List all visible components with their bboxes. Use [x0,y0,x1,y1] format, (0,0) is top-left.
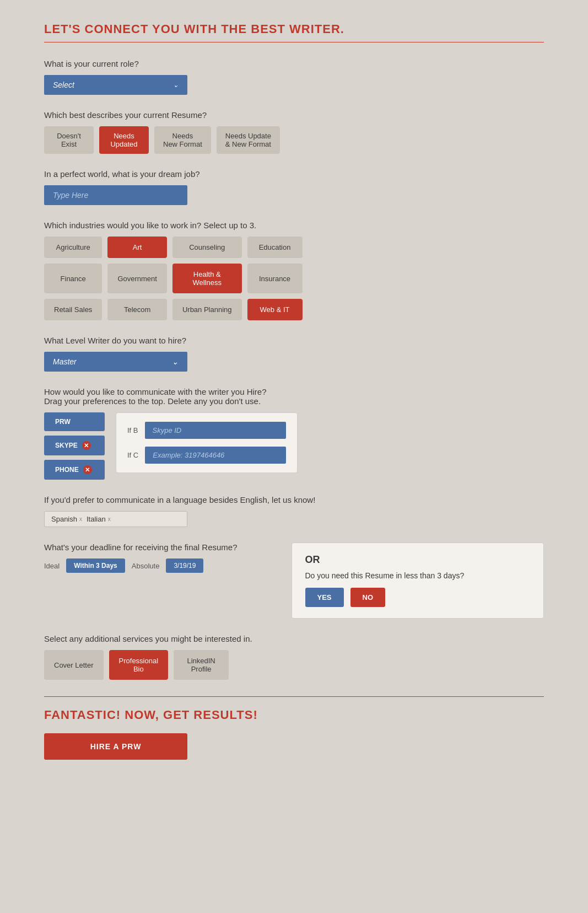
industry-btn-counseling[interactable]: Counseling [172,237,242,258]
resume-label: Which best describes your current Resume… [44,110,544,120]
communication-detail-box: If B If C [116,412,298,473]
ideal-value[interactable]: Within 3 Days [66,558,125,573]
dream-job-section: In a perfect world, what is your dream j… [44,169,544,205]
ideal-label: Ideal [44,562,60,570]
resume-btn-needs-new-format[interactable]: NeedsNew Format [154,126,211,154]
resume-section: Which best describes your current Resume… [44,110,544,154]
chevron-down-icon-writer: ⌄ [172,357,179,366]
lang-tag-spanish-close[interactable]: x [79,516,82,522]
absolute-value[interactable]: 3/19/19 [166,558,203,573]
lang-tag-spanish: Spanish x [51,515,82,523]
deadline-right-panel: OR Do you need this Resume in less than … [292,543,544,619]
bottom-section: FANTASTIC! NOW, GET RESULTS! HIRE A PRW [44,696,544,760]
writer-level-value: Master [53,357,77,366]
hire-prw-button[interactable]: HIRE A PRW [44,733,187,760]
yes-no-row: YES NO [305,588,531,607]
writer-level-dropdown[interactable]: Master ⌄ [44,352,187,372]
resume-options: Doesn'tExist NeedsUpdated NeedsNew Forma… [44,126,544,154]
role-label: What is your current role? [44,59,544,68]
deadline-left-panel: What's your deadline for receiving the f… [44,543,269,573]
skype-id-input[interactable] [145,422,286,439]
no-button[interactable]: NO [350,588,386,607]
industry-btn-telecom[interactable]: Telecom [107,299,167,320]
services-options: Cover Letter ProfessionalBio LinkedINPro… [44,650,544,680]
comm-tag-prw[interactable]: PRW [44,412,105,431]
communication-section: How would you like to communicate with t… [44,387,544,480]
role-dropdown[interactable]: Select ⌄ [44,75,187,95]
comm-tag-phone-label: PHONE [55,466,79,474]
dream-job-input[interactable] [44,185,187,205]
service-btn-professional-bio[interactable]: ProfessionalBio [109,650,169,680]
resume-btn-needs-updated[interactable]: NeedsUpdated [99,126,149,154]
lang-tag-italian-close[interactable]: x [108,516,111,522]
comm-tag-skype-close[interactable]: ✕ [82,441,91,450]
role-section: What is your current role? Select ⌄ [44,59,544,95]
writer-level-section: What Level Writer do you want to hire? M… [44,336,544,372]
comm-tag-skype[interactable]: SKYPE ✕ [44,436,105,455]
title-divider [44,42,544,42]
comm-tag-prw-label: PRW [55,418,71,426]
language-section: If you'd prefer to communicate in a lang… [44,495,544,527]
industry-btn-health-wellness[interactable]: Health &Wellness [172,264,242,293]
deadline-section: What's your deadline for receiving the f… [44,543,544,619]
resume-btn-doesnt-exist[interactable]: Doesn'tExist [44,126,94,154]
industry-btn-education[interactable]: Education [247,237,303,258]
comm-detail-if-c-label: If C [127,451,138,459]
industry-btn-insurance[interactable]: Insurance [247,264,303,293]
communication-tags: PRW SKYPE ✕ PHONE ✕ [44,412,105,480]
industry-btn-government[interactable]: Government [107,264,167,293]
comm-tag-phone-close[interactable]: ✕ [83,465,92,474]
communication-label: How would you like to communicate with t… [44,387,544,406]
phone-input[interactable] [145,447,286,464]
deadline-layout: What's your deadline for receiving the f… [44,543,544,619]
deadline-row: Ideal Within 3 Days Absolute 3/19/19 [44,558,269,573]
services-label: Select any additional services you might… [44,634,544,643]
comm-detail-row-skype: If B [127,422,286,439]
comm-detail-row-phone: If C [127,447,286,464]
industry-btn-web-it[interactable]: Web & IT [247,299,303,320]
industries-section: Which industries would you like to work … [44,221,544,320]
writer-level-label: What Level Writer do you want to hire? [44,336,544,345]
dream-job-label: In a perfect world, what is your dream j… [44,169,544,179]
industry-btn-art[interactable]: Art [107,237,167,258]
comm-detail-if-b-label: If B [127,426,138,434]
industry-btn-retail-sales[interactable]: Retail Sales [44,299,102,320]
language-label: If you'd prefer to communicate in a lang… [44,495,544,504]
services-section: Select any additional services you might… [44,634,544,680]
industry-btn-finance[interactable]: Finance [44,264,102,293]
resume-btn-needs-update-new-format[interactable]: Needs Update& New Format [217,126,280,154]
industry-btn-urban-planning[interactable]: Urban Planning [172,299,242,320]
service-btn-cover-letter[interactable]: Cover Letter [44,650,104,680]
industry-btn-agriculture[interactable]: Agriculture [44,237,102,258]
service-btn-linkedin-profile[interactable]: LinkedINProfile [174,650,229,680]
lang-tag-italian: Italian x [87,515,111,523]
absolute-label: Absolute [132,562,160,570]
industries-label: Which industries would you like to work … [44,221,544,230]
yes-button[interactable]: YES [305,588,344,607]
or-question: Do you need this Resume in less than 3 d… [305,571,531,580]
language-input-container[interactable]: Spanish x Italian x [44,511,187,527]
communication-layout: PRW SKYPE ✕ PHONE ✕ If B If C [44,412,544,480]
comm-tag-phone[interactable]: PHONE ✕ [44,460,105,480]
bottom-title: FANTASTIC! NOW, GET RESULTS! [44,708,544,722]
or-label: OR [305,554,531,566]
role-dropdown-value: Select [53,80,74,89]
page-title: LET'S CONNECT YOU WITH THE BEST WRITER. [44,22,544,36]
comm-tag-skype-label: SKYPE [55,442,78,449]
industry-grid: Agriculture Art Counseling Education Fin… [44,237,303,320]
deadline-label: What's your deadline for receiving the f… [44,543,269,552]
chevron-down-icon: ⌄ [173,81,179,89]
